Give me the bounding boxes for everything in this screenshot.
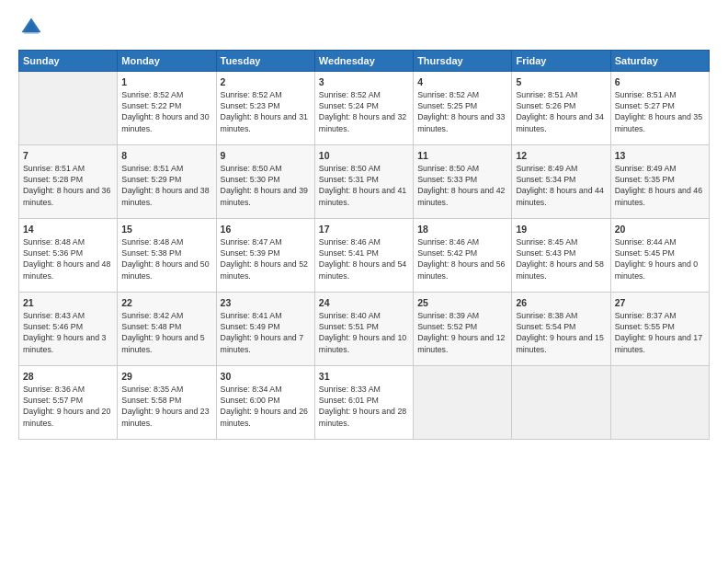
- calendar-day-cell: 29Sunrise: 8:35 AM Sunset: 5:58 PM Dayli…: [118, 366, 216, 440]
- page-header: [18, 15, 710, 40]
- day-info: Sunrise: 8:39 AM Sunset: 5:52 PM Dayligh…: [417, 310, 507, 355]
- day-info: Sunrise: 8:33 AM Sunset: 6:01 PM Dayligh…: [319, 384, 409, 429]
- calendar-day-cell: 5Sunrise: 8:51 AM Sunset: 5:26 PM Daylig…: [512, 72, 610, 145]
- calendar-day-cell: 26Sunrise: 8:38 AM Sunset: 5:54 PM Dayli…: [512, 293, 610, 366]
- calendar-page: SundayMondayTuesdayWednesdayThursdayFrid…: [0, 0, 728, 563]
- weekday-header-cell: Sunday: [19, 51, 118, 72]
- day-number: 6: [615, 75, 705, 88]
- day-number: 9: [221, 149, 311, 162]
- calendar-week-row: 14Sunrise: 8:48 AM Sunset: 5:36 PM Dayli…: [19, 219, 710, 293]
- weekday-header-cell: Monday: [118, 51, 216, 72]
- calendar-week-row: 1Sunrise: 8:52 AM Sunset: 5:22 PM Daylig…: [19, 72, 710, 145]
- day-number: 8: [121, 149, 211, 162]
- day-info: Sunrise: 8:36 AM Sunset: 5:57 PM Dayligh…: [23, 384, 113, 429]
- day-info: Sunrise: 8:52 AM Sunset: 5:24 PM Dayligh…: [319, 89, 409, 134]
- calendar-day-cell: 3Sunrise: 8:52 AM Sunset: 5:24 PM Daylig…: [314, 72, 413, 145]
- day-number: 20: [615, 223, 705, 236]
- calendar-day-cell: 14Sunrise: 8:48 AM Sunset: 5:36 PM Dayli…: [19, 219, 118, 293]
- calendar-body: 1Sunrise: 8:52 AM Sunset: 5:22 PM Daylig…: [19, 72, 710, 440]
- calendar-day-cell: 31Sunrise: 8:33 AM Sunset: 6:01 PM Dayli…: [314, 366, 413, 440]
- day-info: Sunrise: 8:44 AM Sunset: 5:45 PM Dayligh…: [615, 236, 705, 282]
- day-number: 27: [615, 296, 705, 309]
- day-number: 24: [319, 296, 409, 309]
- day-info: Sunrise: 8:49 AM Sunset: 5:35 PM Dayligh…: [615, 163, 705, 208]
- day-info: Sunrise: 8:50 AM Sunset: 5:33 PM Dayligh…: [417, 163, 507, 208]
- calendar-day-cell: 25Sunrise: 8:39 AM Sunset: 5:52 PM Dayli…: [414, 293, 512, 366]
- day-info: Sunrise: 8:37 AM Sunset: 5:55 PM Dayligh…: [615, 310, 705, 355]
- day-info: Sunrise: 8:50 AM Sunset: 5:31 PM Dayligh…: [319, 163, 409, 208]
- day-info: Sunrise: 8:47 AM Sunset: 5:39 PM Dayligh…: [221, 236, 311, 282]
- calendar-day-cell: 7Sunrise: 8:51 AM Sunset: 5:28 PM Daylig…: [19, 145, 118, 219]
- day-number: 7: [23, 149, 113, 162]
- calendar-day-cell: 27Sunrise: 8:37 AM Sunset: 5:55 PM Dayli…: [610, 293, 709, 366]
- day-info: Sunrise: 8:40 AM Sunset: 5:51 PM Dayligh…: [319, 310, 409, 355]
- day-info: Sunrise: 8:48 AM Sunset: 5:36 PM Dayligh…: [23, 236, 113, 282]
- day-info: Sunrise: 8:49 AM Sunset: 5:34 PM Dayligh…: [516, 163, 606, 208]
- day-info: Sunrise: 8:52 AM Sunset: 5:22 PM Dayligh…: [121, 89, 211, 134]
- calendar-day-cell: 30Sunrise: 8:34 AM Sunset: 6:00 PM Dayli…: [216, 366, 314, 440]
- day-number: 30: [221, 370, 311, 383]
- calendar-day-cell: 10Sunrise: 8:50 AM Sunset: 5:31 PM Dayli…: [314, 145, 413, 219]
- day-number: 11: [417, 149, 507, 162]
- day-number: 15: [121, 223, 211, 236]
- calendar-day-cell: 17Sunrise: 8:46 AM Sunset: 5:41 PM Dayli…: [314, 219, 413, 293]
- day-number: 17: [319, 223, 409, 236]
- day-info: Sunrise: 8:35 AM Sunset: 5:58 PM Dayligh…: [121, 384, 211, 429]
- day-info: Sunrise: 8:51 AM Sunset: 5:26 PM Dayligh…: [516, 89, 606, 134]
- day-info: Sunrise: 8:41 AM Sunset: 5:49 PM Dayligh…: [221, 310, 311, 355]
- calendar-day-cell: 23Sunrise: 8:41 AM Sunset: 5:49 PM Dayli…: [216, 293, 314, 366]
- day-info: Sunrise: 8:34 AM Sunset: 6:00 PM Dayligh…: [221, 384, 311, 429]
- day-info: Sunrise: 8:51 AM Sunset: 5:28 PM Dayligh…: [23, 163, 113, 208]
- calendar-day-cell: 9Sunrise: 8:50 AM Sunset: 5:30 PM Daylig…: [216, 145, 314, 219]
- day-info: Sunrise: 8:43 AM Sunset: 5:46 PM Dayligh…: [23, 310, 113, 355]
- calendar-day-cell: 16Sunrise: 8:47 AM Sunset: 5:39 PM Dayli…: [216, 219, 314, 293]
- day-info: Sunrise: 8:52 AM Sunset: 5:25 PM Dayligh…: [417, 89, 507, 134]
- calendar-day-cell: 6Sunrise: 8:51 AM Sunset: 5:27 PM Daylig…: [610, 72, 709, 145]
- calendar-day-cell: [512, 366, 610, 440]
- weekday-header-cell: Wednesday: [314, 51, 413, 72]
- day-number: 18: [417, 223, 507, 236]
- weekday-header-row: SundayMondayTuesdayWednesdayThursdayFrid…: [19, 51, 710, 72]
- calendar-day-cell: [610, 366, 709, 440]
- calendar-day-cell: 21Sunrise: 8:43 AM Sunset: 5:46 PM Dayli…: [19, 293, 118, 366]
- calendar-day-cell: 20Sunrise: 8:44 AM Sunset: 5:45 PM Dayli…: [610, 219, 709, 293]
- day-info: Sunrise: 8:51 AM Sunset: 5:27 PM Dayligh…: [615, 89, 705, 134]
- day-number: 12: [516, 149, 606, 162]
- day-number: 31: [319, 370, 409, 383]
- calendar-day-cell: 8Sunrise: 8:51 AM Sunset: 5:29 PM Daylig…: [118, 145, 216, 219]
- day-number: 29: [121, 370, 211, 383]
- day-info: Sunrise: 8:50 AM Sunset: 5:30 PM Dayligh…: [221, 163, 311, 208]
- day-number: 23: [221, 296, 311, 309]
- day-number: 4: [417, 75, 507, 88]
- logo: [18, 15, 48, 40]
- day-info: Sunrise: 8:46 AM Sunset: 5:41 PM Dayligh…: [319, 236, 409, 282]
- calendar-day-cell: 11Sunrise: 8:50 AM Sunset: 5:33 PM Dayli…: [414, 145, 512, 219]
- day-number: 2: [221, 75, 311, 88]
- day-info: Sunrise: 8:51 AM Sunset: 5:29 PM Dayligh…: [121, 163, 211, 208]
- day-number: 19: [516, 223, 606, 236]
- day-info: Sunrise: 8:38 AM Sunset: 5:54 PM Dayligh…: [516, 310, 606, 355]
- day-info: Sunrise: 8:42 AM Sunset: 5:48 PM Dayligh…: [121, 310, 211, 355]
- day-info: Sunrise: 8:48 AM Sunset: 5:38 PM Dayligh…: [121, 236, 211, 282]
- day-number: 1: [121, 75, 211, 88]
- calendar-day-cell: 4Sunrise: 8:52 AM Sunset: 5:25 PM Daylig…: [414, 72, 512, 145]
- calendar-table: SundayMondayTuesdayWednesdayThursdayFrid…: [18, 50, 710, 440]
- calendar-week-row: 7Sunrise: 8:51 AM Sunset: 5:28 PM Daylig…: [19, 145, 710, 219]
- calendar-day-cell: 1Sunrise: 8:52 AM Sunset: 5:22 PM Daylig…: [118, 72, 216, 145]
- calendar-day-cell: 18Sunrise: 8:46 AM Sunset: 5:42 PM Dayli…: [414, 219, 512, 293]
- calendar-day-cell: 28Sunrise: 8:36 AM Sunset: 5:57 PM Dayli…: [19, 366, 118, 440]
- day-number: 10: [319, 149, 409, 162]
- calendar-day-cell: 19Sunrise: 8:45 AM Sunset: 5:43 PM Dayli…: [512, 219, 610, 293]
- day-number: 16: [221, 223, 311, 236]
- calendar-day-cell: 2Sunrise: 8:52 AM Sunset: 5:23 PM Daylig…: [216, 72, 314, 145]
- day-number: 5: [516, 75, 606, 88]
- day-number: 21: [23, 296, 113, 309]
- calendar-week-row: 21Sunrise: 8:43 AM Sunset: 5:46 PM Dayli…: [19, 293, 710, 366]
- day-number: 3: [319, 75, 409, 88]
- weekday-header-cell: Friday: [512, 51, 610, 72]
- day-number: 14: [23, 223, 113, 236]
- calendar-day-cell: 12Sunrise: 8:49 AM Sunset: 5:34 PM Dayli…: [512, 145, 610, 219]
- day-number: 26: [516, 296, 606, 309]
- day-number: 28: [23, 370, 113, 383]
- weekday-header-cell: Tuesday: [216, 51, 314, 72]
